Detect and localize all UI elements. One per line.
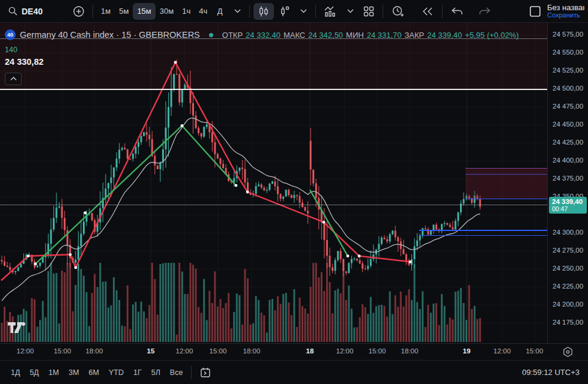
chart-legend: 40 Germany 40 Cash index · 15 · GBEBROKE… bbox=[5, 29, 519, 85]
time-axis[interactable]: 12:0015:0018:001512:0015:0018:001812:001… bbox=[0, 343, 588, 360]
range-button-5Д[interactable]: 5Д bbox=[25, 366, 43, 379]
pivot-dot bbox=[323, 221, 326, 224]
time-tick: 12:00 bbox=[336, 347, 354, 355]
ohlc-readout: ОТКР24 332,40 МАКС24 342,50 МИН24 331,70… bbox=[222, 31, 519, 40]
undo-button[interactable] bbox=[446, 3, 468, 20]
chart-canvas[interactable]: 40 Germany 40 Cash index · 15 · GBEBROKE… bbox=[0, 23, 547, 343]
last-price: 24 339,40 bbox=[552, 198, 584, 205]
price-tick: 24 575,00 bbox=[553, 31, 583, 38]
price-tick: 24 450,00 bbox=[553, 121, 583, 128]
price-tick: 24 525,00 bbox=[553, 67, 583, 74]
interval-dropdown-button[interactable] bbox=[229, 3, 246, 20]
plus-circle-icon bbox=[73, 5, 85, 17]
toolbar-divider bbox=[383, 5, 383, 18]
pivot-dot bbox=[27, 254, 30, 257]
interval-button-5м[interactable]: 5м bbox=[115, 3, 133, 20]
indicator-value: 24 330,82 bbox=[5, 57, 519, 67]
pivot-dot bbox=[347, 254, 350, 257]
pivot-dot bbox=[34, 263, 37, 266]
save-link[interactable]: Сохранить bbox=[547, 11, 584, 19]
interval-button-15м[interactable]: 15м bbox=[133, 3, 155, 20]
time-tick: 18:00 bbox=[86, 347, 103, 355]
volume-layer bbox=[1, 263, 481, 342]
range-button-Все[interactable]: Все bbox=[165, 366, 188, 379]
high-label: МАКС bbox=[283, 31, 305, 40]
price-tick: 24 375,00 bbox=[553, 175, 583, 182]
save-layout-square-icon[interactable] bbox=[529, 5, 542, 18]
chart-style-candles-button[interactable] bbox=[253, 3, 274, 20]
range-button-1Г[interactable]: 1Г bbox=[129, 366, 147, 379]
redo-arrow-icon bbox=[478, 6, 491, 17]
calendar-goto-icon bbox=[199, 367, 211, 379]
indicators-dropdown-button[interactable] bbox=[342, 3, 359, 20]
time-tick: 15:00 bbox=[369, 347, 386, 355]
price-tick: 24 175,00 bbox=[553, 319, 583, 326]
replay-icon bbox=[421, 6, 434, 17]
pivot-dot bbox=[181, 124, 184, 127]
range-button-6М[interactable]: 6М bbox=[84, 366, 104, 379]
redo-button[interactable] bbox=[474, 3, 496, 20]
pivot-dot bbox=[358, 254, 361, 257]
chevron-down-icon bbox=[347, 9, 354, 13]
pivot-dot bbox=[409, 260, 412, 263]
goto-date-button[interactable] bbox=[195, 364, 216, 381]
range-button-1Д[interactable]: 1Д bbox=[6, 366, 25, 379]
create-alert-button[interactable] bbox=[387, 3, 408, 20]
ma-line[interactable] bbox=[2, 118, 480, 301]
price-axis[interactable]: 24 339,40 00:47 24 575,0024 550,0024 525… bbox=[547, 23, 588, 343]
pivot-dot bbox=[69, 253, 72, 256]
interval-button-4ч[interactable]: 4ч bbox=[195, 3, 211, 20]
time-tick: 15:00 bbox=[54, 347, 71, 355]
price-tick: 24 500,00 bbox=[553, 85, 583, 92]
axis-settings-icon[interactable] bbox=[562, 346, 574, 358]
toolbar-divider bbox=[92, 5, 93, 18]
candles-layer bbox=[1, 59, 481, 276]
indicators-icon bbox=[324, 5, 337, 17]
price-tick: 24 400,00 bbox=[553, 157, 583, 164]
open-label: ОТКР bbox=[222, 31, 243, 40]
interval-button-Д[interactable]: Д bbox=[211, 3, 228, 20]
time-tick: 18:00 bbox=[401, 347, 419, 355]
alert-clock-icon bbox=[391, 5, 404, 18]
time-tick-date: 15 bbox=[147, 347, 155, 355]
chart-style-alt-button[interactable] bbox=[274, 3, 294, 20]
legend-collapse-button[interactable] bbox=[5, 73, 22, 85]
range-button-5Л[interactable]: 5Л bbox=[147, 366, 165, 379]
toolbar-divider bbox=[249, 5, 250, 18]
style-dropdown-button[interactable] bbox=[295, 3, 312, 20]
layout-grid-button[interactable] bbox=[359, 3, 379, 20]
chevron-up-icon bbox=[10, 77, 17, 81]
time-tick: 12:00 bbox=[176, 347, 193, 355]
candle-countdown: 00:47 bbox=[552, 205, 584, 212]
top-toolbar: DE40 1м5м15м30м1ч4чД bbox=[0, 0, 588, 23]
chevron-down-icon bbox=[234, 9, 241, 13]
price-tick: 24 275,00 bbox=[553, 247, 583, 254]
layout-save-group: Без назван Сохранить bbox=[529, 4, 584, 19]
low-value: 24 331,70 bbox=[367, 31, 402, 40]
symbol-search-button[interactable]: DE40 bbox=[4, 3, 50, 20]
chevron-down-icon bbox=[300, 9, 307, 13]
time-tick: 15:00 bbox=[210, 347, 227, 355]
pivot-dot bbox=[235, 184, 238, 187]
pivot-dot bbox=[84, 211, 87, 214]
range-button-1М[interactable]: 1М bbox=[44, 366, 64, 379]
symbol-logo-badge: 40 bbox=[5, 29, 16, 40]
price-tick: 24 425,00 bbox=[553, 139, 583, 146]
interval-button-1ч[interactable]: 1ч bbox=[178, 3, 195, 20]
zigzag-green-line[interactable] bbox=[310, 190, 348, 256]
indicators-button[interactable] bbox=[320, 3, 341, 20]
range-button-YTD[interactable]: YTD bbox=[104, 366, 129, 379]
layout-name[interactable]: Без назван bbox=[547, 4, 584, 11]
interval-button-30м[interactable]: 30м bbox=[156, 3, 178, 20]
interval-button-1м[interactable]: 1м bbox=[97, 3, 115, 20]
range-button-3М[interactable]: 3М bbox=[64, 366, 83, 379]
tradingview-logo[interactable] bbox=[7, 322, 28, 334]
price-tick: 24 475,00 bbox=[553, 103, 583, 110]
price-tick: 24 250,00 bbox=[553, 265, 583, 272]
time-tick: 12:00 bbox=[494, 347, 511, 355]
bar-replay-button[interactable] bbox=[417, 3, 438, 20]
indicator-param[interactable]: 140 bbox=[5, 46, 519, 54]
session-clock[interactable]: 09:59:12 UTC+3 bbox=[522, 368, 582, 377]
compare-add-button[interactable] bbox=[68, 3, 89, 20]
chart-title[interactable]: Germany 40 Cash index · 15 · GBEBROKERS bbox=[20, 30, 200, 40]
